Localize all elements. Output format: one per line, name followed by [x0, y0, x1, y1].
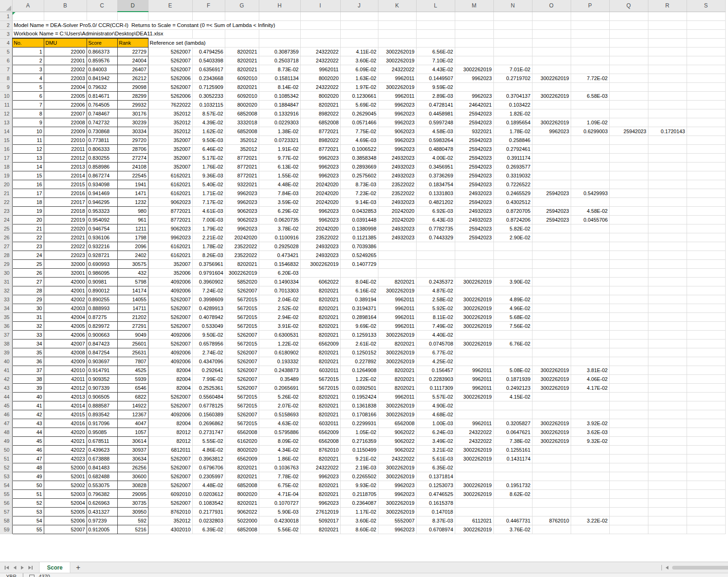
cell-dmu[interactable]: 22003	[44, 74, 87, 82]
cell-no[interactable]: 9	[12, 118, 44, 127]
cell-ref-lambda[interactable]: 4.86E-02	[192, 445, 225, 454]
cell-ref-lambda[interactable]: 6.75E-02	[259, 481, 300, 489]
cell-score[interactable]: 0.97239	[87, 516, 117, 525]
cell-ref-dmu[interactable]: 20242020	[378, 215, 416, 224]
cell-ref-lambda[interactable]: 0.292641	[192, 366, 225, 374]
row-header[interactable]: 3	[0, 29, 12, 38]
cell-ref-dmu[interactable]: 82004	[148, 419, 192, 428]
cell-rank[interactable]: 1798	[117, 233, 148, 242]
cell-ref-dmu[interactable]: 9962011	[455, 366, 493, 374]
row-header[interactable]: 9	[0, 82, 12, 91]
cell-ref-lambda[interactable]	[571, 109, 609, 118]
cell-ref-dmu[interactable]	[532, 162, 571, 171]
cell[interactable]	[687, 20, 725, 29]
cell-ref-dmu[interactable]	[687, 189, 725, 197]
column-header-l[interactable]: L	[416, 0, 455, 12]
cell-ref-dmu[interactable]	[687, 489, 725, 498]
cell-ref-lambda[interactable]: 0.9791604	[192, 268, 225, 277]
cell-ref-dmu[interactable]: 3002262019	[532, 436, 571, 445]
cell-ref-lambda[interactable]: 7.49E-02	[416, 321, 455, 330]
cell-ref-lambda[interactable]	[648, 82, 687, 91]
cell-ref-lambda[interactable]: 0.1036763	[259, 463, 300, 472]
cell-no[interactable]: 27	[12, 277, 44, 286]
cell-rank[interactable]: 26407	[117, 65, 148, 74]
cell-ref-dmu[interactable]	[687, 428, 725, 436]
cell-ref-lambda[interactable]: 4.43E-02	[416, 65, 455, 74]
cell-ref-lambda[interactable]: 7.00E-03	[192, 215, 225, 224]
cell-ref-dmu[interactable]	[687, 525, 725, 534]
cell-ref-lambda[interactable]	[571, 357, 609, 366]
cell-ref-lambda[interactable]: 0.2465529	[493, 189, 532, 197]
cell-ref-lambda[interactable]	[493, 498, 532, 507]
row-header[interactable]: 32	[0, 286, 12, 295]
cell-ref-lambda[interactable]: 6.39E-02	[192, 525, 225, 534]
cell-ref-dmu[interactable]	[687, 162, 725, 171]
cell-ref-dmu[interactable]: 24932023	[455, 206, 493, 215]
cell-ref-lambda[interactable]: 1.05E-02	[340, 428, 378, 436]
cell-ref-dmu[interactable]: 3002262019	[455, 65, 493, 74]
cell-ref-dmu[interactable]: 9962023	[378, 100, 416, 109]
cell-dmu[interactable]: 42000	[44, 277, 87, 286]
cell-no[interactable]: 34	[12, 339, 44, 348]
cell-ref-lambda[interactable]: 5.82E-02	[493, 224, 532, 233]
cell-ref-lambda[interactable]	[648, 295, 687, 304]
cell-ref-lambda[interactable]	[648, 162, 687, 171]
cell-no[interactable]: 33	[12, 330, 44, 339]
cell-ref-dmu[interactable]: 9962023	[378, 144, 416, 153]
cell-ref-lambda[interactable]: 0.1371814	[416, 472, 455, 481]
cell-ref-lambda[interactable]: 4.17E-02	[571, 383, 609, 392]
cell-no[interactable]: 28	[12, 286, 44, 295]
cell-no[interactable]: 21	[12, 224, 44, 233]
cell-ref-lambda[interactable]: 5.61E-03	[416, 454, 455, 463]
row-header[interactable]: 55	[0, 489, 12, 498]
row-header[interactable]: 15	[0, 136, 12, 144]
cell-ref-dmu[interactable]: 3002262019	[225, 268, 259, 277]
cell-ref-lambda[interactable]: 0.2435372	[416, 277, 455, 286]
cell-ref-dmu[interactable]: 24932023	[455, 215, 493, 224]
cell[interactable]	[300, 29, 340, 38]
cell-ref-dmu[interactable]: 3002262019	[455, 392, 493, 401]
row-header[interactable]: 28	[0, 251, 12, 259]
cell-rank[interactable]: 1471	[117, 189, 148, 197]
cell[interactable]	[378, 38, 416, 47]
cell-ref-dmu[interactable]: 8202021	[225, 498, 259, 507]
cell-rank[interactable]: 592	[117, 516, 148, 525]
cell-ref-lambda[interactable]: 0.4467731	[493, 516, 532, 525]
cell-no[interactable]: 13	[12, 153, 44, 162]
row-header[interactable]: 36	[0, 321, 12, 330]
cell-rank[interactable]: 26212	[117, 74, 148, 82]
cell-ref-dmu[interactable]: 6562008	[378, 419, 416, 428]
cell-ref-dmu[interactable]: 6062022	[300, 277, 340, 286]
cell-ref-lambda[interactable]: 7.78E-02	[259, 472, 300, 481]
cell-score[interactable]: 0.928721	[87, 251, 117, 259]
cell-ref-dmu[interactable]	[532, 481, 571, 489]
cell-ref-lambda[interactable]: 0.3998609	[192, 295, 225, 304]
cell-ref-lambda[interactable]: 5.40E-02	[192, 180, 225, 189]
cell-ref-dmu[interactable]: 5262007	[148, 454, 192, 463]
cell-ref-lambda[interactable]: 0.0455706	[571, 215, 609, 224]
cell-ref-lambda[interactable]: 0.5158693	[259, 410, 300, 419]
cell-rank[interactable]: 30600	[117, 472, 148, 481]
cell-ref-dmu[interactable]	[687, 47, 725, 56]
cell-score[interactable]: 0.912005	[87, 525, 117, 534]
cell-ref-lambda[interactable]: 1.78E-02	[493, 127, 532, 136]
cell-ref-dmu[interactable]: 24642021	[455, 100, 493, 109]
cell-dmu[interactable]: 22007	[44, 109, 87, 118]
cell-ref-lambda[interactable]: 0.0745708	[416, 339, 455, 348]
cell-ref-dmu[interactable]	[687, 339, 725, 348]
cell-ref-dmu[interactable]: 9962011	[378, 91, 416, 100]
cell[interactable]	[259, 38, 300, 47]
cell-ref-lambda[interactable]: 7.38E-02	[493, 436, 532, 445]
cell-rank[interactable]: 1211	[117, 224, 148, 233]
cell-ref-lambda[interactable]: 1.79E-02	[192, 224, 225, 233]
cell[interactable]	[648, 12, 687, 20]
cell-ref-lambda[interactable]: 2.07E-02	[259, 401, 300, 410]
cell-ref-dmu[interactable]: 3002262019	[532, 419, 571, 428]
cell-no[interactable]: 55	[12, 525, 44, 534]
cell-ref-dmu[interactable]	[687, 242, 725, 251]
cell-ref-lambda[interactable]	[493, 286, 532, 295]
cell-dmu[interactable]: 22015	[44, 180, 87, 189]
cell-rank[interactable]: 2096	[117, 242, 148, 251]
column-header-h[interactable]: H	[259, 0, 300, 12]
cell-ref-dmu[interactable]: 5672015	[225, 401, 259, 410]
